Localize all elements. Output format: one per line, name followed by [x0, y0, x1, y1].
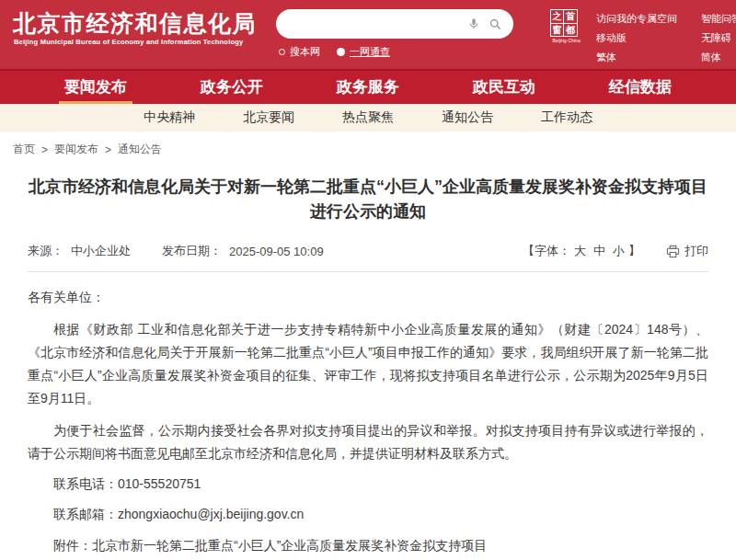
microphone-icon[interactable]	[467, 17, 480, 30]
source-label: 来源：	[28, 243, 63, 259]
search-scope-options: 搜本网 一网通查	[279, 45, 390, 59]
font-size-small-button[interactable]: 小	[613, 243, 625, 259]
breadcrumb-notices[interactable]: 通知公告	[118, 142, 162, 157]
radio-unselected-icon	[279, 49, 285, 55]
search-input[interactable]	[287, 17, 459, 31]
article-meta: 来源： 中小企业处 发布日期： 2025-09-05 10:09 【字体： 大 …	[28, 237, 708, 272]
site-title: 北京市经济和信息化局	[13, 8, 257, 39]
breadcrumb-separator: >	[41, 143, 48, 156]
font-widget-close: 】	[628, 243, 640, 259]
subnav-item-work-updates[interactable]: 工作动态	[541, 109, 592, 126]
font-size-medium-button[interactable]: 中	[593, 243, 605, 259]
site-header: 北京市经济和信息化局 Beijing Municipal Bureau of E…	[0, 0, 736, 69]
link-my-space[interactable]: 访问我的专属空间	[596, 12, 677, 26]
nav-item-gov-affairs-open[interactable]: 政务公开	[201, 71, 263, 104]
scope-option-label: 搜本网	[290, 45, 320, 59]
breadcrumb-home[interactable]: 首页	[13, 142, 35, 157]
link-simplified-chinese[interactable]: 简体	[701, 51, 736, 64]
paragraph: 根据《财政部 工业和信息化部关于进一步支持专精特新中小企业高质量发展的通知》（财…	[28, 318, 708, 410]
logo-char: 窗	[551, 24, 564, 37]
capital-window-logo[interactable]: 之 首 窗 都 Beijing-China	[550, 9, 580, 43]
subnav-item-notices[interactable]: 通知公告	[442, 109, 493, 126]
sub-nav: 中央精神 北京要闻 热点聚焦 通知公告 工作动态	[0, 104, 736, 131]
logo-char: 首	[564, 10, 577, 24]
print-label: 打印	[684, 243, 708, 259]
article-body: 各有关单位： 根据《财政部 工业和信息化部关于进一步支持专精特新中小企业高质量发…	[28, 286, 708, 560]
logo-char: 都	[564, 24, 577, 37]
nav-item-news[interactable]: 要闻发布	[64, 71, 127, 104]
site-subtitle: Beijing Municipal Bureau of Economy and …	[14, 38, 243, 46]
contact-email: 联系邮箱：zhongxiaochu@jxj.beijing.gov.cn	[28, 503, 708, 526]
link-mobile-version[interactable]: 移动版	[596, 31, 677, 45]
paragraph: 为便于社会监督，公示期内接受社会各界对拟支持项目提出的异议和举报。对拟支持项目持…	[28, 419, 708, 465]
scope-option-citywide[interactable]: 一网通查	[337, 45, 390, 59]
nav-item-public-interaction[interactable]: 政民互动	[473, 71, 535, 104]
subnav-item-beijing-news[interactable]: 北京要闻	[243, 109, 294, 126]
print-button[interactable]: 打印	[666, 243, 708, 259]
link-accessibility[interactable]: 无障碍	[701, 31, 736, 45]
logo-char: 之	[551, 10, 564, 24]
font-size-large-button[interactable]: 大	[574, 243, 586, 259]
breadcrumb-separator: >	[105, 143, 111, 156]
publish-date-label: 发布日期：	[162, 243, 222, 259]
breadcrumb-news[interactable]: 要闻发布	[54, 142, 98, 157]
printer-icon	[666, 245, 680, 258]
article: 北京市经济和信息化局关于对新一轮第二批重点“小巨人”企业高质量发展奖补资金拟支持…	[0, 175, 736, 560]
scope-option-site[interactable]: 搜本网	[279, 45, 320, 59]
radio-selected-icon	[337, 48, 345, 56]
search-box[interactable]	[276, 9, 513, 39]
attachment-line: 附件：北京市新一轮第二批重点“小巨人”企业高质量发展奖补资金拟支持项目	[28, 534, 708, 557]
scope-option-label: 一网通查	[350, 45, 390, 59]
page-title: 北京市经济和信息化局关于对新一轮第二批重点“小巨人”企业高质量发展奖补资金拟支持…	[28, 175, 708, 224]
nav-item-gov-services[interactable]: 政务服务	[337, 71, 399, 104]
link-traditional-chinese[interactable]: 繁体	[596, 51, 677, 64]
nav-item-economy-data[interactable]: 经信数据	[609, 71, 672, 104]
link-smart-qa[interactable]: 智能问答	[701, 12, 736, 26]
subnav-item-hot-focus[interactable]: 热点聚焦	[342, 109, 394, 126]
logo-caption: Beijing-China	[552, 38, 577, 42]
font-widget-open: 【字体：	[523, 243, 570, 259]
breadcrumb: 首页 > 要闻发布 > 通知公告	[0, 131, 736, 166]
contact-phone: 联系电话：010-55520751	[28, 473, 708, 496]
main-nav: 要闻发布 政务公开 政务服务 政民互动 经信数据	[0, 69, 736, 104]
header-links: 访问我的专属空间 智能问答 移动版 无障碍 繁体 简体	[596, 12, 736, 64]
salutation: 各有关单位：	[28, 286, 708, 309]
search-icon[interactable]	[489, 17, 502, 31]
subnav-item-central-spirit[interactable]: 中央精神	[144, 109, 195, 126]
publish-date-value: 2025-09-05 10:09	[229, 245, 324, 258]
source-value: 中小企业处	[71, 243, 131, 259]
logo-seal-icon: 之 首 窗 都	[550, 9, 578, 37]
